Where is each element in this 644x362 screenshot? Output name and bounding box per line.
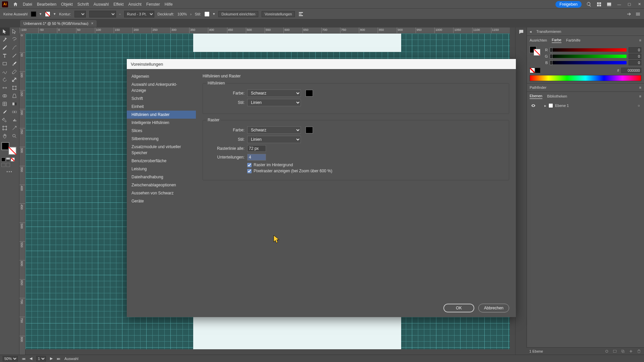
- b-slider[interactable]: [550, 61, 627, 64]
- panel-toggle-icon[interactable]: [627, 11, 632, 17]
- chevron-down-icon[interactable]: ▾: [213, 12, 215, 16]
- home-icon[interactable]: [13, 2, 18, 7]
- spectrum[interactable]: [530, 75, 641, 81]
- align-icon[interactable]: [298, 11, 304, 17]
- shaper-tool[interactable]: [0, 68, 10, 76]
- grid-back-checkbox[interactable]: [247, 163, 252, 167]
- tab-libraries[interactable]: Bibliotheken: [547, 94, 567, 99]
- blend-tool[interactable]: [10, 108, 19, 116]
- prefs-sidebar-item[interactable]: Zusatzmodule und virtueller Speicher: [127, 143, 196, 157]
- r-slider[interactable]: [550, 48, 627, 52]
- shape-builder-tool[interactable]: [0, 92, 10, 100]
- scrollbar-horizontal[interactable]: [25, 349, 510, 355]
- artboard-tool[interactable]: [0, 124, 10, 132]
- prefs-sidebar-item[interactable]: Auswahl und Ankerpunkt-Anzeige: [127, 80, 196, 95]
- nav-last-icon[interactable]: ⏭: [57, 357, 60, 361]
- prefs-sidebar-item[interactable]: Silbentrennung: [127, 135, 196, 143]
- r-input[interactable]: [629, 47, 641, 53]
- tab-layers[interactable]: Ebenen: [530, 93, 542, 99]
- new-layer-icon[interactable]: [629, 349, 633, 354]
- artboard[interactable]: [193, 34, 401, 52]
- g-slider[interactable]: [550, 55, 627, 58]
- symbol-sprayer-tool[interactable]: [0, 116, 10, 124]
- locate-icon[interactable]: [604, 349, 609, 354]
- prefs-sidebar-item[interactable]: Geräte: [127, 197, 196, 205]
- nav-prev-icon[interactable]: ◀: [30, 356, 32, 361]
- comment-icon[interactable]: [518, 29, 524, 35]
- none-swatch[interactable]: [530, 68, 535, 73]
- fill-solid[interactable]: [1, 158, 5, 162]
- menu-file[interactable]: Datei: [23, 2, 32, 7]
- black-swatch[interactable]: [535, 68, 540, 73]
- prefs-sidebar-item[interactable]: Intelligente Hilfslinien: [127, 119, 196, 127]
- prefs-sidebar-item[interactable]: Zwischenablageoptionen: [127, 181, 196, 189]
- subdivisions-input[interactable]: [247, 154, 266, 161]
- panel-menu-icon[interactable]: ≡: [639, 85, 641, 89]
- zoom-select[interactable]: 50%: [3, 356, 18, 361]
- style-swatch[interactable]: [204, 11, 210, 17]
- preferences-button[interactable]: Voreinstellungen: [262, 11, 295, 17]
- arrange-icon[interactable]: [596, 2, 602, 7]
- scale-tool[interactable]: [10, 76, 19, 84]
- curvature-tool[interactable]: [10, 44, 19, 52]
- guides-color-select[interactable]: Schwarz: [247, 89, 301, 97]
- perspective-tool[interactable]: [10, 92, 19, 100]
- screen-mode-full[interactable]: [6, 163, 10, 167]
- prefs-sidebar-item[interactable]: Hilfslinien und Raster: [127, 111, 196, 119]
- stroke-weight-select[interactable]: [74, 11, 86, 17]
- screen-mode-normal[interactable]: [1, 163, 5, 167]
- prefs-sidebar-item[interactable]: Einheit: [127, 103, 196, 111]
- delete-icon[interactable]: [637, 349, 641, 354]
- lasso-tool[interactable]: [10, 36, 19, 44]
- prefs-sidebar-item[interactable]: Allgemein: [127, 72, 196, 80]
- prefs-sidebar-item[interactable]: Dateihandhabung: [127, 173, 196, 181]
- graph-tool[interactable]: [10, 116, 19, 124]
- menu-help[interactable]: Hilfe: [165, 2, 173, 7]
- dialog-titlebar[interactable]: Voreinstellungen: [127, 59, 516, 69]
- grid-color-swatch[interactable]: [306, 127, 313, 133]
- nav-next-icon[interactable]: ▶: [50, 356, 53, 361]
- prefs-sidebar-item[interactable]: Slices: [127, 127, 196, 135]
- menu-effect[interactable]: Effekt: [113, 2, 123, 7]
- gridline-every-input[interactable]: [247, 145, 266, 152]
- paintbrush-tool[interactable]: [10, 60, 19, 68]
- menu-object[interactable]: Objekt: [61, 2, 73, 7]
- magic-wand-tool[interactable]: [0, 36, 10, 44]
- layer-row[interactable]: ▸ Ebene 1 ○: [530, 102, 641, 109]
- menu-icon[interactable]: [635, 11, 641, 17]
- color-swatches[interactable]: [530, 46, 540, 56]
- guides-color-swatch[interactable]: [306, 90, 313, 97]
- type-tool[interactable]: [0, 52, 10, 60]
- toolbox-more[interactable]: •••: [0, 168, 19, 176]
- direct-selection-tool[interactable]: [10, 27, 19, 36]
- prefs-sidebar-item[interactable]: Aussehen von Schwarz: [127, 189, 196, 197]
- document-tab[interactable]: Unbenannt-1* @ 50 % (RGB/Vorschau) ×: [20, 20, 97, 27]
- chevron-right-icon[interactable]: ›: [190, 12, 192, 16]
- stroke-profile-select[interactable]: [89, 11, 116, 17]
- mask-icon[interactable]: [612, 349, 617, 354]
- panel-menu-icon[interactable]: ≡: [639, 38, 641, 42]
- guides-style-select[interactable]: Linien: [247, 99, 301, 106]
- tab-transform[interactable]: Transformieren: [536, 29, 561, 34]
- rectangle-tool[interactable]: [0, 60, 10, 68]
- color-well[interactable]: [1, 142, 18, 155]
- tab-align[interactable]: Ausrichten: [530, 38, 547, 43]
- artboard-select[interactable]: 1: [36, 356, 46, 361]
- collapse-icon[interactable]: ◂: [530, 29, 532, 34]
- tab-color[interactable]: Farbe: [552, 37, 561, 43]
- share-button[interactable]: Freigeben: [555, 1, 582, 8]
- chevron-down-icon[interactable]: ▾: [40, 12, 42, 16]
- selection-tool[interactable]: [0, 27, 10, 36]
- width-tool[interactable]: [0, 84, 10, 92]
- new-sublayer-icon[interactable]: [621, 349, 625, 354]
- gradient-tool[interactable]: [10, 100, 19, 108]
- g-input[interactable]: [629, 54, 641, 59]
- prefs-sidebar-item[interactable]: Schrift: [127, 95, 196, 103]
- menu-type[interactable]: Schrift: [77, 2, 89, 7]
- brush-select[interactable]: Rund - 3 Pt.: [124, 11, 154, 17]
- fill-gradient[interactable]: [6, 158, 10, 162]
- opacity-value[interactable]: 100%: [177, 12, 187, 16]
- hex-input[interactable]: [621, 68, 641, 73]
- mesh-tool[interactable]: [0, 100, 10, 108]
- ruler-vertical[interactable]: 0501001502002503003504004505005506006507…: [19, 34, 25, 355]
